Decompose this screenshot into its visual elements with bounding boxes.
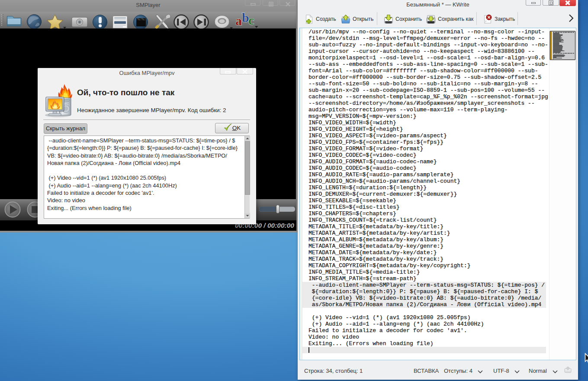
svg-text:a: a [235, 13, 242, 28]
svg-text:c: c [248, 13, 254, 27]
